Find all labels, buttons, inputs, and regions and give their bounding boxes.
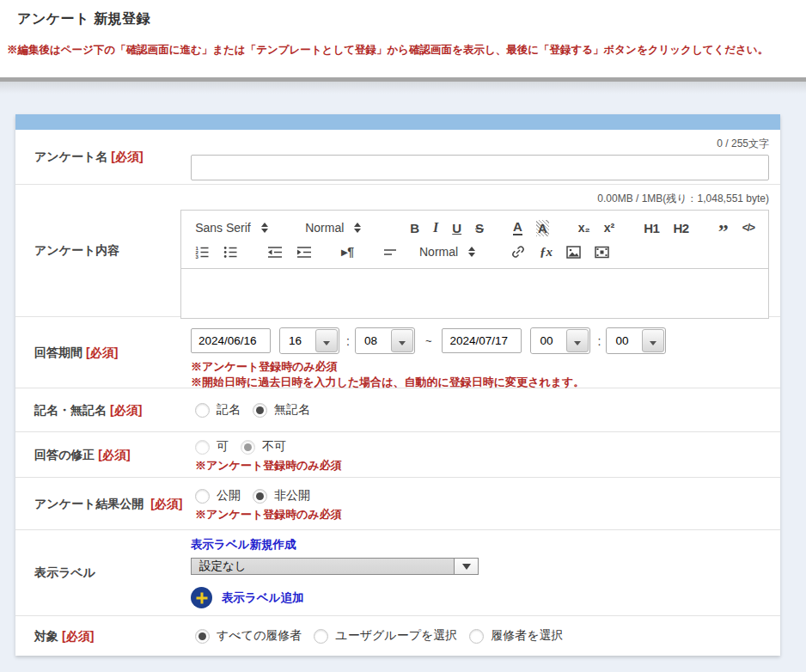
bold-button[interactable]: B: [403, 217, 426, 238]
svg-text:3: 3: [196, 254, 199, 260]
font-select[interactable]: Sans Serif: [188, 221, 276, 235]
time-colon: :: [597, 334, 601, 348]
text-direction-button[interactable]: ▸¶: [334, 241, 361, 262]
display-label-select-value: 設定なし: [192, 559, 455, 574]
display-label-select-button[interactable]: [455, 559, 478, 574]
indent-button[interactable]: [290, 241, 319, 262]
result-note: ※アンケート登録時のみ必須: [191, 507, 769, 522]
link-button[interactable]: [504, 241, 533, 262]
start-minute-dropdown-button[interactable]: [391, 329, 413, 352]
link-icon: [510, 244, 526, 260]
radio-circle: [195, 629, 210, 644]
page-header: アンケート 新規登録 ※編集後はページ下の「確認画面に進む」または「テンプレート…: [0, 0, 806, 77]
row-result-publication: アンケート結果公開 [必須] 公開 非公開 ※アンケート登録時のみ必須: [15, 478, 780, 530]
survey-name-input[interactable]: [191, 155, 769, 180]
result-publication-label: アンケート結果公開 [必須]: [15, 478, 191, 529]
panel-accent-bar: [15, 114, 780, 130]
blockquote-button[interactable]: ”: [711, 217, 736, 238]
background-color-button[interactable]: A: [529, 217, 556, 238]
start-minute-input[interactable]: [356, 328, 390, 353]
create-display-label-link[interactable]: 表示ラベル新規作成: [191, 537, 769, 553]
radio-circle: [195, 403, 210, 418]
header1-button[interactable]: H1: [637, 217, 666, 238]
radio-private[interactable]: 非公開: [253, 488, 310, 504]
time-colon: :: [346, 334, 350, 348]
radio-public[interactable]: 公開: [195, 488, 241, 504]
chevron-down-icon: [650, 341, 656, 345]
subscript-button[interactable]: x₂: [571, 217, 597, 238]
start-hour-input[interactable]: [280, 328, 314, 353]
video-button[interactable]: [588, 241, 616, 262]
add-icon[interactable]: [191, 587, 212, 608]
char-counter: 0 / 255文字: [191, 137, 769, 151]
radio-circle: [469, 629, 484, 644]
survey-content-label: アンケート内容: [15, 185, 180, 316]
updown-icon: [468, 247, 475, 257]
required-badge: [必須]: [110, 403, 142, 417]
end-date-input[interactable]: [442, 328, 522, 353]
italic-button[interactable]: I: [426, 217, 445, 238]
range-separator: ~: [425, 334, 432, 347]
survey-name-label: アンケート名[必須]: [15, 130, 191, 184]
updown-icon: [261, 223, 268, 233]
radio-not-modifiable[interactable]: 不可: [241, 439, 286, 455]
page-body: アンケート名[必須] 0 / 255文字 アンケート内容 0.00MB / 1M…: [0, 82, 806, 672]
display-label-label: 表示ラベル: [15, 530, 191, 615]
required-badge: [必須]: [150, 497, 182, 510]
outdent-button[interactable]: [260, 241, 290, 262]
radio-modifiable[interactable]: 可: [195, 439, 229, 455]
answer-modification-label: 回答の修正[必須]: [15, 432, 191, 477]
target-label: 対象[必須]: [15, 616, 191, 656]
start-date-input[interactable]: [191, 328, 271, 353]
image-button[interactable]: [559, 241, 588, 262]
survey-form-panel: アンケート名[必須] 0 / 255文字 アンケート内容 0.00MB / 1M…: [15, 114, 780, 656]
header2-button[interactable]: H2: [666, 217, 695, 238]
required-badge: [必須]: [62, 629, 94, 643]
chevron-down-icon: [399, 341, 406, 345]
align-button[interactable]: [376, 241, 404, 262]
radio-circle: [195, 440, 210, 455]
image-icon: [566, 246, 581, 259]
display-label-select[interactable]: 設定なし: [191, 558, 479, 575]
end-minute-dropdown-button[interactable]: [642, 329, 664, 352]
row-answer-period: 回答期間[必須] : ~: [15, 317, 780, 388]
required-badge: [必須]: [86, 345, 118, 359]
bullet-list-button[interactable]: [217, 241, 245, 262]
required-badge: [必須]: [98, 448, 130, 461]
radio-user-group[interactable]: ユーザグループを選択: [314, 628, 457, 644]
editor-content-area[interactable]: [181, 269, 768, 318]
formula-button[interactable]: ƒx: [533, 241, 559, 262]
page-title: アンケート 新規登録: [0, 10, 806, 28]
end-hour-input[interactable]: [531, 328, 565, 353]
strikethrough-button[interactable]: S: [468, 217, 491, 238]
chevron-down-icon: [574, 341, 581, 345]
superscript-button[interactable]: x²: [597, 217, 621, 238]
start-hour-dropdown-button[interactable]: [315, 329, 338, 352]
ordered-list-button[interactable]: 123: [188, 241, 217, 262]
size-counter: 0.00MB / 1MB(残り：1,048,551 byte): [180, 192, 769, 206]
row-answer-modification: 回答の修正[必須] 可 不可 ※アンケート登録時のみ必須: [15, 432, 780, 478]
editor-toolbar: Sans Serif Normal B I U S A: [181, 211, 768, 269]
end-hour-dropdown-button[interactable]: [566, 329, 589, 352]
bullet-list-icon: [223, 245, 238, 260]
end-minute-input[interactable]: [607, 328, 641, 353]
page-warning: ※編集後はページ下の「確認画面に進む」または「テンプレートとして登録」から確認画…: [0, 43, 806, 58]
period-note-2: ※開始日時に過去日時を入力した場合は、自動的に登録日時に変更されます。: [191, 375, 769, 390]
radio-select-students[interactable]: 履修者を選択: [469, 628, 563, 644]
period-note-1: ※アンケート登録時のみ必須: [191, 359, 769, 375]
radio-named[interactable]: 記名: [195, 402, 241, 418]
radio-anonymous[interactable]: 無記名: [253, 402, 310, 418]
add-display-label-link[interactable]: 表示ラベル追加: [222, 590, 303, 606]
radio-circle: [253, 489, 267, 504]
radio-all-students[interactable]: すべての履修者: [195, 628, 302, 644]
row-target: 対象[必須] すべての履修者 ユーザグループを選択 履修者を選択: [15, 616, 780, 656]
ordered-list-icon: 123: [195, 245, 210, 260]
text-color-button[interactable]: A: [506, 217, 529, 238]
underline-button[interactable]: U: [445, 217, 468, 238]
code-block-button[interactable]: </>: [736, 217, 761, 238]
lineheight-select[interactable]: Normal: [412, 245, 495, 259]
size-select[interactable]: Normal: [298, 221, 381, 235]
radio-circle: [195, 489, 210, 504]
chevron-down-icon: [462, 564, 471, 570]
updown-icon: [354, 223, 361, 233]
